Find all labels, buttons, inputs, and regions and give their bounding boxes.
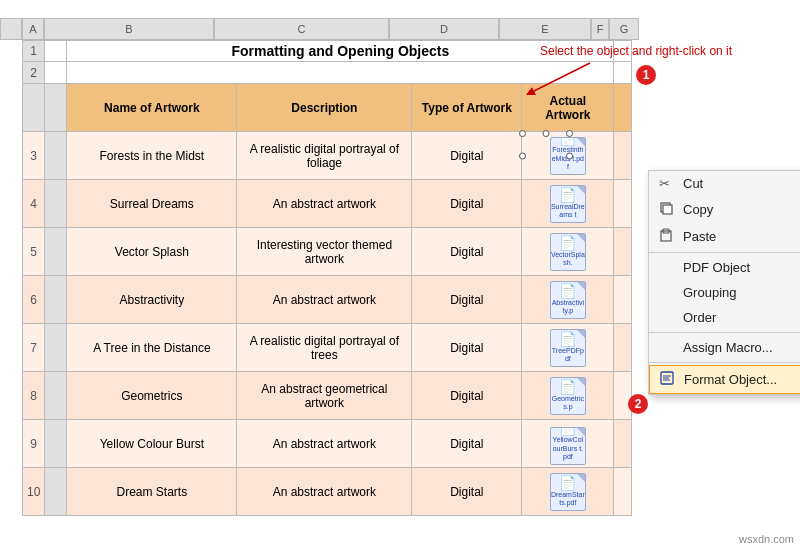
artwork-file-6: 📄 Abstractivity.p bbox=[522, 276, 614, 324]
table-row: 3 Forests in the Midst A realistic digit… bbox=[23, 132, 632, 180]
pdf-icon-7[interactable]: 📄 TreePDFpdf bbox=[550, 329, 586, 367]
row-num-3: 3 bbox=[23, 132, 45, 180]
annotation-arrow-svg bbox=[520, 58, 600, 98]
col-header-a: A bbox=[22, 18, 44, 40]
context-menu-format-object[interactable]: Format Object... bbox=[649, 365, 800, 394]
col-header-b: B bbox=[44, 18, 214, 40]
artwork-type-6: Digital bbox=[412, 276, 522, 324]
main-table: 1 Formatting and Opening Objects 2 Name … bbox=[22, 40, 632, 516]
row-num-6: 6 bbox=[23, 276, 45, 324]
artwork-file-10: 📄 DreamStarts.pdf bbox=[522, 468, 614, 516]
copy-icon bbox=[659, 201, 677, 218]
artwork-type-3: Digital bbox=[412, 132, 522, 180]
col-a-3 bbox=[45, 132, 67, 180]
order-label: Order bbox=[683, 310, 716, 325]
context-menu-pdf-object[interactable]: PDF Object › bbox=[649, 255, 800, 280]
row-num-5: 5 bbox=[23, 228, 45, 276]
pdf-icon-5[interactable]: 📄 VectorSplash. bbox=[550, 233, 586, 271]
cut-label: Cut bbox=[683, 176, 703, 191]
artwork-desc-5: Interesting vector themed artwork bbox=[237, 228, 412, 276]
context-menu-order[interactable]: Order › bbox=[649, 305, 800, 330]
watermark: wsxdn.com bbox=[739, 533, 794, 545]
context-menu: ✂ Cut Copy Paste PDF Object › Grouping › bbox=[648, 170, 800, 395]
col-b-header: Name of Artwork bbox=[67, 84, 237, 132]
format-object-label: Format Object... bbox=[684, 372, 777, 387]
table-row: 10 Dream Starts An abstract artwork Digi… bbox=[23, 468, 632, 516]
col-f-3 bbox=[614, 132, 632, 180]
cut-icon: ✂ bbox=[659, 176, 677, 191]
divider-2 bbox=[649, 332, 800, 333]
context-menu-copy[interactable]: Copy bbox=[649, 196, 800, 223]
assign-macro-label: Assign Macro... bbox=[683, 340, 773, 355]
paste-label: Paste bbox=[683, 229, 716, 244]
col-header-f: F bbox=[591, 18, 609, 40]
artwork-desc-3: A realistic digital portrayal of foliage bbox=[237, 132, 412, 180]
annotation-text: Select the object and right-click on it bbox=[540, 44, 732, 58]
artwork-type-10: Digital bbox=[412, 468, 522, 516]
col-d-header: Type of Artwork bbox=[412, 84, 522, 132]
artwork-file-3: 📄 ForestintheMids t.pdf bbox=[522, 132, 614, 180]
artwork-type-7: Digital bbox=[412, 324, 522, 372]
row-num-9: 9 bbox=[23, 420, 45, 468]
artwork-name-3: Forests in the Midst bbox=[67, 132, 237, 180]
pdf-icon-4[interactable]: 📄 SurrealDreams t bbox=[550, 185, 586, 223]
table-row: 9 Yellow Colour Burst An abstract artwor… bbox=[23, 420, 632, 468]
paste-icon bbox=[659, 228, 677, 245]
artwork-name-8: Geometrics bbox=[67, 372, 237, 420]
col-a-1 bbox=[45, 41, 67, 62]
context-menu-paste[interactable]: Paste bbox=[649, 223, 800, 250]
badge-2: 2 bbox=[628, 394, 648, 414]
artwork-desc-8: An abstract geometrical artwork bbox=[237, 372, 412, 420]
handle-tr bbox=[566, 130, 573, 137]
col-f-5 bbox=[614, 228, 632, 276]
artwork-file-5: 📄 VectorSplash. bbox=[522, 228, 614, 276]
row-num-7: 7 bbox=[23, 324, 45, 372]
col-a-2 bbox=[45, 62, 67, 84]
copy-label: Copy bbox=[683, 202, 713, 217]
context-menu-cut[interactable]: ✂ Cut bbox=[649, 171, 800, 196]
col-f-8 bbox=[614, 372, 632, 420]
col-header-g: G bbox=[609, 18, 639, 40]
svg-rect-2 bbox=[663, 205, 672, 214]
artwork-file-8: 📄 Geometrics.p bbox=[522, 372, 614, 420]
artwork-name-9: Yellow Colour Burst bbox=[67, 420, 237, 468]
artwork-name-4: Surreal Dreams bbox=[67, 180, 237, 228]
spreadsheet: A B C D E F G 1 Formatting and Opening O… bbox=[0, 0, 800, 549]
context-menu-grouping[interactable]: Grouping › bbox=[649, 280, 800, 305]
col-header-d: D bbox=[389, 18, 499, 40]
col-header-e: E bbox=[499, 18, 591, 40]
table-row: 4 Surreal Dreams An abstract artwork Dig… bbox=[23, 180, 632, 228]
artwork-desc-9: An abstract artwork bbox=[237, 420, 412, 468]
table-row: 5 Vector Splash Interesting vector theme… bbox=[23, 228, 632, 276]
col-f-6 bbox=[614, 276, 632, 324]
artwork-type-4: Digital bbox=[412, 180, 522, 228]
row-num-10: 10 bbox=[23, 468, 45, 516]
artwork-file-7: 📄 TreePDFpdf bbox=[522, 324, 614, 372]
table-row: 6 Abstractivity An abstract artwork Digi… bbox=[23, 276, 632, 324]
divider-3 bbox=[649, 362, 800, 363]
col-c-header: Description bbox=[237, 84, 412, 132]
artwork-name-5: Vector Splash bbox=[67, 228, 237, 276]
artwork-type-9: Digital bbox=[412, 420, 522, 468]
row-num-4: 4 bbox=[23, 180, 45, 228]
pdf-icon-8[interactable]: 📄 Geometrics.p bbox=[550, 377, 586, 415]
row-num-1: 1 bbox=[23, 41, 45, 62]
col-f-9 bbox=[614, 420, 632, 468]
row-num-8: 8 bbox=[23, 372, 45, 420]
pdf-icon-9[interactable]: 📄 YellowColourBurs t.pdf bbox=[550, 427, 586, 465]
pdf-icon-6[interactable]: 📄 Abstractivity.p bbox=[550, 281, 586, 319]
row-num-2: 2 bbox=[23, 62, 45, 84]
col-header-c: C bbox=[214, 18, 389, 40]
artwork-name-6: Abstractivity bbox=[67, 276, 237, 324]
pdf-icon-3[interactable]: 📄 ForestintheMids t.pdf bbox=[550, 137, 586, 175]
col-a-h bbox=[45, 84, 67, 132]
grouping-label: Grouping bbox=[683, 285, 736, 300]
col-f-4 bbox=[614, 180, 632, 228]
format-object-icon bbox=[660, 371, 678, 388]
table-row: 7 A Tree in the Distance A realistic dig… bbox=[23, 324, 632, 372]
pdf-icon-10[interactable]: 📄 DreamStarts.pdf bbox=[550, 473, 586, 511]
artwork-desc-6: An abstract artwork bbox=[237, 276, 412, 324]
annotation-label: Select the object and right-click on it bbox=[540, 44, 732, 58]
context-menu-assign-macro[interactable]: Assign Macro... bbox=[649, 335, 800, 360]
artwork-file-9: 📄 YellowColourBurs t.pdf bbox=[522, 420, 614, 468]
